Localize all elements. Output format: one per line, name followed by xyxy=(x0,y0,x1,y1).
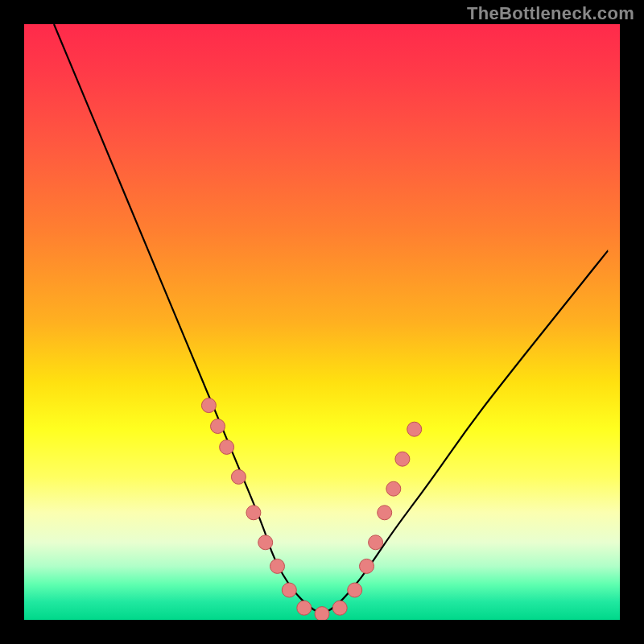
curve-marker xyxy=(201,398,216,413)
curve-marker xyxy=(270,559,285,573)
curve-marker xyxy=(332,601,347,615)
curve-markers xyxy=(201,398,421,620)
curve-marker xyxy=(258,535,273,550)
curve-marker xyxy=(297,601,312,615)
watermark-text: TheBottleneck.com xyxy=(467,3,634,24)
curve-marker xyxy=(231,469,246,484)
curve-marker xyxy=(220,440,234,454)
curve-marker xyxy=(407,422,422,436)
chart-svg xyxy=(24,24,620,620)
curve-marker xyxy=(386,481,401,496)
curve-marker xyxy=(378,506,392,520)
curve-marker xyxy=(360,559,374,573)
curve-marker xyxy=(348,583,362,597)
curve-marker xyxy=(211,419,225,434)
chart-plot-area xyxy=(24,24,620,620)
curve-marker xyxy=(369,535,383,550)
curve-marker xyxy=(246,506,261,520)
curve-marker xyxy=(395,452,410,466)
bottleneck-curve-line xyxy=(54,24,608,613)
curve-marker xyxy=(282,583,296,597)
curve-marker xyxy=(315,607,329,620)
